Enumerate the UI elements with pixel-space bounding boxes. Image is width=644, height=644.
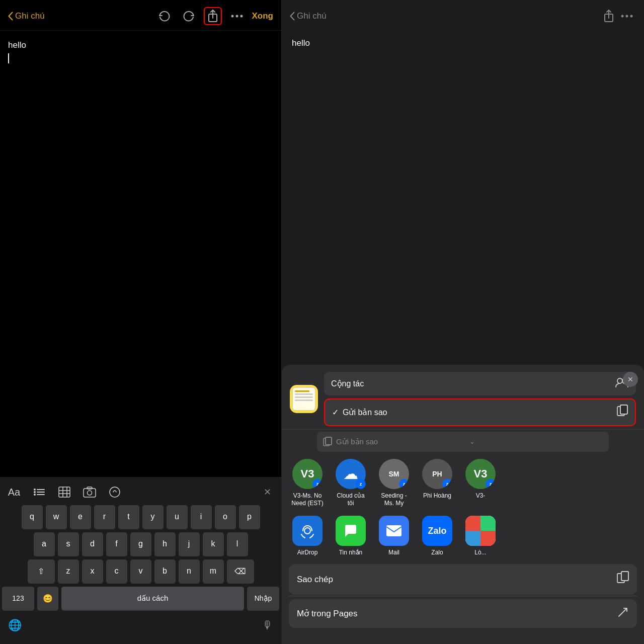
app-item-airdrop[interactable]: AirDrop bbox=[290, 516, 325, 556]
key-k[interactable]: k bbox=[203, 532, 224, 555]
back-label-left: Ghi chú bbox=[15, 11, 45, 21]
back-button-right[interactable]: Ghi chú bbox=[290, 11, 327, 21]
contact-name-4: Phi Hoàng bbox=[423, 492, 451, 500]
cong-tac-option[interactable]: Cộng tác bbox=[324, 372, 636, 395]
key-row-2: a s d f g h j k l bbox=[2, 532, 279, 555]
copy-doc-icon bbox=[617, 405, 628, 420]
svg-rect-17 bbox=[87, 487, 92, 489]
redo-button[interactable] bbox=[180, 7, 198, 25]
zalo-badge-4: z bbox=[442, 479, 452, 489]
action-row-copy[interactable]: Sao chép bbox=[289, 564, 637, 595]
share-sheet: Cộng tác ✓ Gửi bản sao bbox=[282, 365, 644, 644]
back-button-left[interactable]: Ghi chú bbox=[8, 11, 45, 21]
copy-label: Sao chép bbox=[297, 575, 333, 585]
more-button-right[interactable] bbox=[618, 7, 636, 25]
svg-rect-32 bbox=[386, 525, 401, 536]
svg-point-21 bbox=[626, 15, 628, 18]
key-h[interactable]: h bbox=[154, 532, 176, 555]
key-t[interactable]: t bbox=[118, 505, 139, 528]
key-shift[interactable]: ⇧ bbox=[28, 559, 55, 583]
done-button[interactable]: Xong bbox=[252, 11, 274, 21]
more-button-left[interactable] bbox=[228, 7, 246, 25]
contact-item-5[interactable]: V3 z V3- bbox=[463, 459, 498, 508]
key-g[interactable]: g bbox=[130, 532, 151, 555]
keyboard-bottom-bar: 🌐 🎙 bbox=[0, 614, 281, 644]
sheet-top-row: Cộng tác ✓ Gửi bản sao bbox=[282, 365, 644, 430]
keyboard-toolbar: Aa bbox=[0, 481, 281, 503]
font-style-button[interactable]: Aa bbox=[6, 484, 22, 500]
key-u[interactable]: u bbox=[167, 505, 188, 528]
share-button-right[interactable] bbox=[600, 7, 618, 25]
contact-item-4[interactable]: PH z Phi Hoàng bbox=[420, 459, 455, 508]
globe-button[interactable]: 🌐 bbox=[8, 619, 22, 632]
table-button[interactable] bbox=[56, 484, 72, 500]
share-button-left[interactable] bbox=[204, 7, 222, 25]
sheet-close-button[interactable]: ✕ bbox=[623, 372, 638, 387]
app-item-more[interactable]: Lò... bbox=[463, 516, 498, 556]
key-s[interactable]: s bbox=[58, 532, 79, 555]
key-r[interactable]: r bbox=[94, 505, 115, 528]
svg-rect-35 bbox=[465, 531, 480, 546]
mic-button[interactable]: 🎙 bbox=[262, 619, 273, 632]
svg-rect-33 bbox=[465, 516, 480, 531]
contact-item-3[interactable]: SM z Seeding - Ms. My bbox=[376, 459, 412, 508]
key-e[interactable]: e bbox=[70, 505, 91, 528]
note-text-right: hello bbox=[292, 38, 310, 48]
keyboard-area: Aa bbox=[0, 477, 281, 644]
apps-row: AirDrop Tin nhắn Mail bbox=[282, 511, 644, 561]
note-text-left: hello bbox=[8, 40, 26, 50]
key-w[interactable]: w bbox=[46, 505, 67, 528]
back-label-right: Ghi chú bbox=[297, 11, 327, 21]
airdrop-icon bbox=[292, 516, 323, 546]
svg-point-31 bbox=[304, 528, 310, 534]
svg-point-1 bbox=[231, 15, 233, 18]
key-d[interactable]: d bbox=[82, 532, 103, 555]
contact-avatar-1: V3 z bbox=[292, 459, 323, 489]
key-q[interactable]: q bbox=[22, 505, 43, 528]
send-copy-dropdown[interactable]: Gửi bản sao ⌄ bbox=[317, 432, 609, 452]
key-m[interactable]: m bbox=[203, 559, 224, 583]
zalo-badge-3: z bbox=[399, 479, 409, 489]
key-b[interactable]: b bbox=[154, 559, 176, 583]
key-z[interactable]: z bbox=[58, 559, 79, 583]
key-backspace[interactable]: ⌫ bbox=[227, 559, 254, 583]
copy-icon bbox=[617, 571, 629, 588]
zalo-badge-5: z bbox=[486, 479, 496, 489]
key-n[interactable]: n bbox=[179, 559, 200, 583]
undo-button[interactable] bbox=[155, 7, 174, 25]
app-item-messages[interactable]: Tin nhắn bbox=[333, 516, 368, 556]
contact-name-3: Seeding - Ms. My bbox=[376, 492, 412, 508]
key-x[interactable]: x bbox=[82, 559, 103, 583]
key-emoji[interactable]: 😊 bbox=[37, 587, 58, 610]
action-row-pages[interactable]: Mở trong Pages bbox=[289, 599, 637, 628]
pen-button[interactable] bbox=[107, 484, 123, 500]
svg-rect-26 bbox=[620, 405, 627, 414]
key-c[interactable]: c bbox=[106, 559, 127, 583]
key-a[interactable]: a bbox=[34, 532, 55, 555]
key-p[interactable]: p bbox=[239, 505, 260, 528]
key-y[interactable]: y bbox=[142, 505, 164, 528]
keyboard-close-button[interactable]: ✕ bbox=[259, 484, 275, 500]
key-123[interactable]: 123 bbox=[2, 587, 34, 610]
app-item-zalo[interactable]: Zalo Zalo bbox=[420, 516, 455, 556]
sheet-options-col: Cộng tác ✓ Gửi bản sao bbox=[324, 372, 636, 426]
notes-line-1 bbox=[295, 390, 309, 392]
gui-ban-sao-option[interactable]: ✓ Gửi bản sao bbox=[324, 398, 636, 426]
more-apps-label: Lò... bbox=[474, 549, 486, 556]
contact-item-1[interactable]: V3 z V3-Ms. No Need (EST) bbox=[290, 459, 325, 508]
svg-point-6 bbox=[34, 491, 36, 493]
camera-button[interactable] bbox=[82, 484, 98, 500]
key-j[interactable]: j bbox=[179, 532, 200, 555]
svg-rect-38 bbox=[621, 572, 628, 581]
key-f[interactable]: f bbox=[106, 532, 127, 555]
key-i[interactable]: i bbox=[191, 505, 212, 528]
key-v[interactable]: v bbox=[130, 559, 151, 583]
contact-item-2[interactable]: ☁ z Cloud của tôi bbox=[333, 459, 368, 508]
list-style-button[interactable] bbox=[31, 484, 47, 500]
svg-rect-10 bbox=[59, 487, 70, 497]
key-o[interactable]: o bbox=[215, 505, 236, 528]
app-item-mail[interactable]: Mail bbox=[376, 516, 412, 556]
key-l[interactable]: l bbox=[227, 532, 248, 555]
key-space[interactable]: dấu cách bbox=[61, 587, 244, 610]
key-return[interactable]: Nhập bbox=[247, 587, 279, 610]
